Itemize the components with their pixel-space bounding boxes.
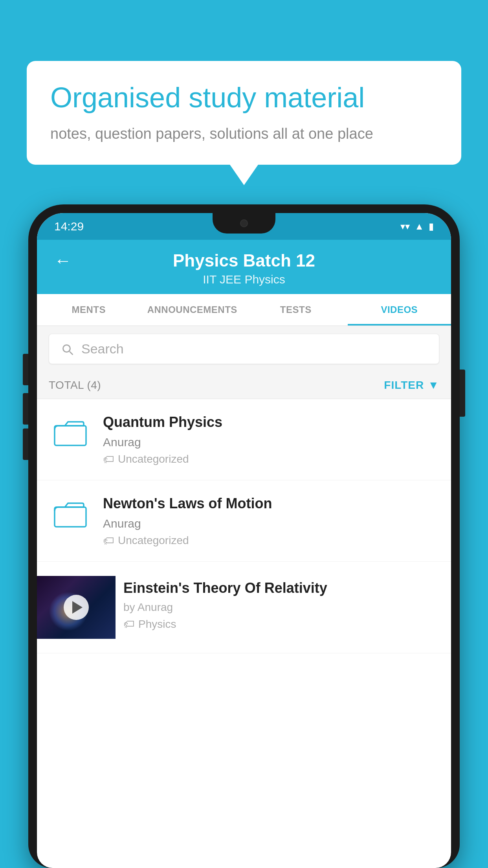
play-button[interactable] — [64, 595, 89, 620]
video-tag-3: 🏷 Physics — [123, 618, 431, 631]
video-author-3: by Anurag — [123, 601, 431, 614]
video-tag-2: 🏷 Uncategorized — [103, 534, 439, 547]
svg-rect-1 — [55, 507, 86, 527]
speech-bubble: Organised study material notes, question… — [27, 61, 461, 165]
tag-icon-2: 🏷 — [103, 534, 114, 547]
tab-ments[interactable]: MENTS — [37, 294, 141, 326]
notch — [213, 213, 275, 234]
video-title-1: Quantum Physics — [103, 413, 439, 432]
header-title: Physics Batch 12 — [173, 251, 315, 270]
list-item[interactable]: Newton's Laws of Motion Anurag 🏷 Uncateg… — [37, 480, 451, 562]
filter-button[interactable]: FILTER ▼ — [384, 379, 439, 392]
phone-screen: 14:29 ▾▾ ▲ ▮ ← Physics Batch 12 IIT JEE … — [37, 213, 451, 868]
speech-bubble-container: Organised study material notes, question… — [27, 61, 461, 165]
video-info-1: Quantum Physics Anurag 🏷 Uncategorized — [103, 413, 439, 466]
search-input[interactable]: Search — [81, 341, 124, 357]
video-thumbnail-2 — [49, 495, 92, 530]
back-button[interactable]: ← — [54, 251, 72, 270]
camera-icon — [240, 219, 248, 227]
battery-icon: ▮ — [429, 221, 434, 232]
search-icon — [60, 342, 74, 356]
video-author-2: Anurag — [103, 517, 439, 530]
play-triangle-icon — [72, 601, 83, 614]
folder-icon — [53, 415, 88, 447]
speech-bubble-heading: Organised study material — [50, 81, 438, 114]
status-time: 14:29 — [54, 220, 84, 233]
tabs-container: MENTS ANNOUNCEMENTS TESTS VIDEOS — [37, 294, 451, 326]
filter-icon: ▼ — [428, 379, 439, 392]
video-title-3: Einstein's Theory Of Relativity — [123, 579, 431, 598]
signal-icon: ▲ — [415, 221, 424, 232]
app-header: ← Physics Batch 12 IIT JEE Physics — [37, 240, 451, 294]
video-title-2: Newton's Laws of Motion — [103, 495, 439, 513]
video-thumbnail-3 — [37, 576, 116, 639]
tab-videos[interactable]: VIDEOS — [348, 294, 451, 326]
video-info-3: Einstein's Theory Of Relativity by Anura… — [116, 576, 439, 631]
video-thumbnail-1 — [49, 413, 92, 449]
speech-bubble-subtext: notes, question papers, solutions all at… — [50, 123, 438, 144]
video-list: Quantum Physics Anurag 🏷 Uncategorized — [37, 399, 451, 653]
search-bar[interactable]: Search — [49, 334, 439, 364]
wifi-icon: ▾▾ — [400, 221, 410, 232]
video-tag-1: 🏷 Uncategorized — [103, 453, 439, 466]
video-author-1: Anurag — [103, 436, 439, 449]
total-count: TOTAL (4) — [49, 379, 101, 392]
search-container: Search — [37, 326, 451, 372]
tag-icon-3: 🏷 — [123, 618, 134, 631]
phone-frame: 14:29 ▾▾ ▲ ▮ ← Physics Batch 12 IIT JEE … — [28, 204, 460, 868]
tag-icon-1: 🏷 — [103, 453, 114, 466]
tab-announcements[interactable]: ANNOUNCEMENTS — [141, 294, 244, 326]
status-icons: ▾▾ ▲ ▮ — [400, 221, 434, 232]
list-item[interactable]: Quantum Physics Anurag 🏷 Uncategorized — [37, 399, 451, 480]
list-item[interactable]: Einstein's Theory Of Relativity by Anura… — [37, 562, 451, 653]
video-info-2: Newton's Laws of Motion Anurag 🏷 Uncateg… — [103, 495, 439, 547]
filter-bar: TOTAL (4) FILTER ▼ — [37, 372, 451, 399]
svg-rect-0 — [55, 426, 86, 445]
folder-icon — [53, 496, 88, 528]
header-subtitle: IIT JEE Physics — [203, 273, 285, 286]
status-bar: 14:29 ▾▾ ▲ ▮ — [37, 213, 451, 240]
tab-tests[interactable]: TESTS — [244, 294, 348, 326]
filter-label: FILTER — [384, 379, 424, 392]
